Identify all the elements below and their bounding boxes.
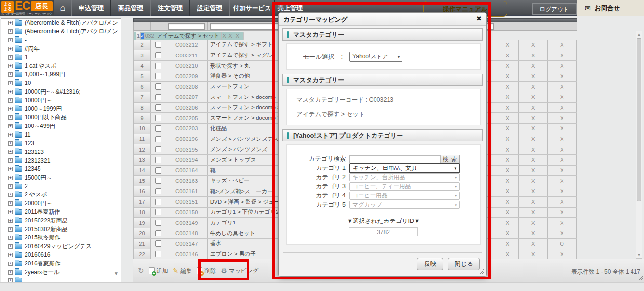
expand-icon[interactable]: +: [8, 81, 13, 85]
tree-item[interactable]: +100～499円: [1, 122, 121, 131]
nav-tab-4[interactable]: 設定管理: [190, 0, 229, 16]
row-checkbox[interactable]: [155, 136, 161, 142]
add-button[interactable]: + 追加: [149, 267, 168, 275]
tree-item[interactable]: +123: [1, 139, 121, 148]
tree-item[interactable]: +2 やスポ: [1, 191, 121, 199]
expand-icon[interactable]: +: [8, 115, 13, 120]
row-checkbox[interactable]: [155, 188, 161, 194]
expand-icon[interactable]: +: [8, 219, 13, 223]
tree-item[interactable]: +10000円～: [1, 96, 121, 105]
tree-item[interactable]: +//周年: [1, 44, 121, 53]
row-checkbox[interactable]: [155, 230, 161, 236]
scroll-down-icon[interactable]: ▼: [636, 253, 642, 257]
tree-item[interactable]: +-: [1, 36, 121, 45]
row-checkbox[interactable]: [155, 94, 161, 100]
expand-icon[interactable]: +: [8, 98, 13, 103]
tree-item[interactable]: +1000円以下商品: [1, 113, 121, 122]
row-checkbox[interactable]: [155, 199, 161, 205]
expand-icon[interactable]: +: [8, 210, 13, 214]
nav-home[interactable]: ⌂: [54, 0, 71, 16]
tree-item[interactable]: +(Abercrombie & Fitch)アバクロ/メン: [1, 28, 121, 36]
tree-item[interactable]: +11: [1, 130, 121, 139]
tree-item[interactable]: +12345: [1, 165, 121, 174]
expand-icon[interactable]: +: [8, 150, 13, 154]
row-checkbox[interactable]: [155, 178, 161, 184]
expand-icon[interactable]: +: [8, 244, 13, 249]
expand-icon[interactable]: +: [8, 38, 13, 42]
tree-item[interactable]: +20160616: [1, 251, 121, 260]
row-checkbox[interactable]: [155, 104, 161, 111]
expand-icon[interactable]: +: [8, 167, 13, 171]
tree-item[interactable]: +15000円～: [1, 173, 121, 182]
tree-item[interactable]: +12312321: [1, 156, 121, 165]
expand-icon[interactable]: +: [8, 72, 13, 77]
tree-item[interactable]: +20000円～: [1, 199, 121, 208]
expand-icon[interactable]: +: [8, 133, 13, 137]
tree-item[interactable]: +2015秋冬新作: [1, 234, 121, 242]
expand-icon[interactable]: +: [8, 201, 13, 206]
expand-icon[interactable]: +: [8, 193, 13, 197]
refresh-icon[interactable]: ↻: [138, 266, 144, 275]
row-checkbox[interactable]: [155, 125, 161, 132]
row-checkbox[interactable]: [155, 220, 161, 226]
expand-icon[interactable]: +: [8, 278, 13, 282]
nav-tab-1[interactable]: 申込管理: [71, 0, 111, 16]
expand-icon[interactable]: +: [8, 227, 13, 232]
expand-icon[interactable]: +: [8, 29, 13, 34]
row-checkbox[interactable]: [155, 83, 161, 90]
tree-item[interactable]: +1,000～1,999円: [1, 70, 121, 79]
row-checkbox[interactable]: [155, 167, 161, 174]
row-checkbox[interactable]: [155, 63, 161, 69]
row-checkbox[interactable]: [155, 251, 161, 257]
scroll-up-icon[interactable]: ▲: [636, 32, 642, 37]
expand-icon[interactable]: +: [8, 55, 13, 60]
row-checkbox[interactable]: [155, 115, 161, 121]
row-checkbox[interactable]: ✓: [141, 33, 145, 39]
expand-icon[interactable]: +: [8, 64, 13, 68]
expand-icon[interactable]: +: [8, 184, 13, 189]
tree-item[interactable]: +10000円~～&#12316;: [1, 87, 121, 96]
expand-icon[interactable]: +: [8, 262, 13, 266]
nav-tab-5[interactable]: 付加サービス: [229, 0, 275, 16]
nav-tab-2[interactable]: 商品管理: [111, 0, 150, 16]
expand-icon[interactable]: +: [8, 90, 13, 94]
table-row[interactable]: 1✓C003213アイテムで探す > セットXXX: [134, 32, 244, 40]
tree-item[interactable]: +2016春夏新作: [1, 259, 121, 268]
edit-button[interactable]: ✎ 編集: [173, 267, 192, 275]
expand-icon[interactable]: +: [8, 21, 13, 25]
expand-icon[interactable]: +: [8, 253, 13, 257]
tree-item[interactable]: +1: [1, 53, 121, 62]
row-checkbox[interactable]: [155, 73, 161, 79]
row-checkbox[interactable]: [155, 209, 161, 215]
tree-item[interactable]: +1000～1999円: [1, 105, 121, 113]
tree-item[interactable]: +2yearsセール: [1, 268, 121, 277]
row-checkbox[interactable]: [155, 240, 161, 247]
expand-icon[interactable]: +: [8, 176, 13, 180]
expand-icon[interactable]: +: [8, 141, 13, 146]
nav-tab-3[interactable]: 注文管理: [150, 0, 190, 16]
tree-item[interactable]: +2: [1, 182, 121, 191]
table-scrollbar[interactable]: ▲ ▼: [636, 31, 642, 259]
tree-item[interactable]: +10: [1, 79, 121, 88]
scrollbar-thumb[interactable]: [637, 38, 641, 201]
expand-icon[interactable]: +: [8, 107, 13, 111]
tree-item[interactable]: +2011春夏新作: [1, 208, 121, 217]
expand-icon[interactable]: +: [8, 158, 13, 163]
tree-item[interactable]: +20160429マッピングテス: [1, 242, 121, 251]
expand-icon[interactable]: +: [8, 236, 13, 240]
row-checkbox[interactable]: [155, 52, 161, 58]
tree-scroll-down-icon[interactable]: ▼: [114, 271, 119, 276]
logout-button[interactable]: ログアウト: [532, 3, 577, 15]
row-checkbox[interactable]: [155, 42, 161, 48]
expand-icon[interactable]: +: [8, 124, 13, 128]
code-filter-input[interactable]: [168, 23, 205, 30]
tree-item[interactable]: +: [1, 277, 121, 282]
tree-item[interactable]: +123123: [1, 148, 121, 156]
expand-icon[interactable]: +: [8, 47, 13, 51]
expand-icon[interactable]: +: [8, 270, 13, 275]
row-checkbox[interactable]: [155, 146, 161, 152]
row-checkbox[interactable]: [155, 157, 161, 163]
tree-item[interactable]: +20150223新商品: [1, 216, 121, 225]
tree-item[interactable]: +20150302新商品: [1, 225, 121, 234]
tree-item[interactable]: +(Abercrombie & Fitch)アバクロ/メン: [1, 19, 121, 28]
